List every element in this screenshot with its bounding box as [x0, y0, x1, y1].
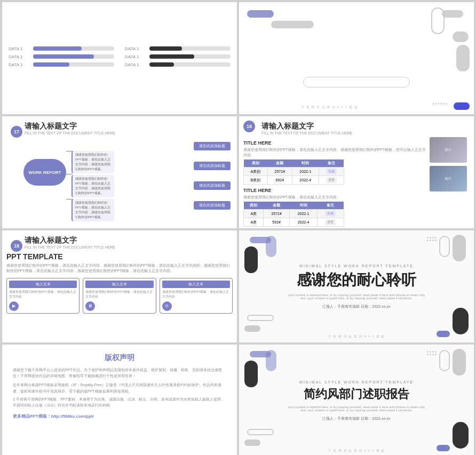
jianye-sub-text: your content is entered here, or by copy…: [287, 405, 426, 412]
table-desc-2: 感谢您使用我们制作的PPT模板，请在此输入正文字内容。: [243, 195, 426, 200]
ppt-main-title: PPT TEMPLATE: [6, 252, 233, 261]
slide-ppt-template: 18 请输入标题文字 FILL IN THE TEXT OF THE DOCUM…: [2, 230, 237, 342]
slide-title-17: 请输入标题文字: [25, 122, 233, 131]
btn-blue-top[interactable]: [454, 102, 470, 110]
data-label-1b: DATA 1: [125, 46, 146, 51]
table-cell: 691¥: [267, 176, 292, 185]
thankyou-big-text: 感谢您的耐心聆听: [287, 270, 426, 290]
slide-table: 18 请输入标题文字 FILL IN THE TEXT OF THE DOCUM…: [239, 116, 474, 228]
table-title-1: TITLE HERE: [243, 140, 426, 146]
jianye-brand: 千 库 网 作 品 系 列 P P T 模 版: [328, 449, 385, 453]
slide-title-18: 请输入标题文字: [261, 122, 470, 131]
thankyou-sub-text: your content is entered here, or by copy…: [287, 293, 426, 300]
mindmap-node-left-3: 感谢您使用我们制作的PPT模板，请在此输入正文字内容，感谢您使用我们制作的PPT…: [72, 199, 114, 221]
data-label-2b: DATA 1: [125, 54, 146, 59]
ppt-box-text-3: 感谢您使用我们制作的PPT模板，请在此输入正文字内容: [162, 290, 230, 299]
col-header-6: 金额: [264, 202, 289, 210]
slide-mindmap: 17 请输入标题文字 FILL IN THE TEXT OF THE DOCUM…: [2, 116, 237, 228]
search-bar[interactable]: [303, 77, 410, 87]
table-cell: 591¥: [264, 218, 289, 227]
data-label-3a: DATA 1: [9, 62, 30, 67]
table-cell: A类: [244, 210, 264, 218]
ppt-box-title-3: 输入文本: [162, 281, 230, 288]
col-header-2: 金额: [267, 159, 292, 167]
slide-jianye: MINIMAL STYLE WORK REPORT TEMPLATE 简约风部门…: [239, 345, 474, 455]
mindmap-node-right-3: 请在此添加标题: [194, 181, 231, 190]
data-label-1a: DATA 1: [9, 46, 30, 51]
ppt-body-text: 感谢您使用我们制作的PPT模板，请在此输入正文字内容。感谢您使用我们制作的PPT…: [6, 263, 233, 274]
slide-number-18b: 18: [11, 240, 22, 252]
slide-subtitle-17: FILL IN THE TEXT OF THE DOCUMENT TITLE H…: [25, 131, 233, 135]
table-image-1: 图片: [430, 137, 467, 163]
table-cell: A类: [244, 218, 264, 227]
data-label-3b: DATA 1: [125, 62, 146, 67]
table-cell: 完成: [319, 167, 344, 176]
table-title-2: TITLE HERE: [243, 188, 426, 193]
slide-thankyou: MINIMAL STYLE WORK REPORT TEMPLATE 感谢您的耐…: [239, 230, 474, 342]
col-header-7: 时间: [289, 202, 317, 210]
brand-text-top: 千 库 网 作 品 系 列 P P T 模 版: [301, 105, 412, 110]
table-desc-1: 感谢您使用我们制作的PPT模板，请在此输入正文字内容。感谢您使用我们制作的PPT…: [243, 147, 426, 158]
slide-subtitle-18: FILL IN THE TEXT OF THE DOCUMENT TITLE H…: [261, 131, 470, 135]
col-header-3: 时间: [292, 159, 319, 167]
table-cell: 2022-1: [289, 210, 317, 218]
ppt-box-2: 输入文本 感谢您使用我们制作的PPT模板，请在此输入正文字内容 🖥: [83, 278, 156, 314]
jianye-big-text: 简约风部门述职报告: [287, 386, 426, 402]
table-cell: 完成: [318, 210, 344, 218]
copyright-title: 版权声明: [13, 353, 226, 363]
table-cell: 2022-1: [292, 167, 319, 176]
mindmap-node-left-1: 感谢您使用我们制作的PPT模板，请在此输入正文字内容，感谢您使用我们制作的PPT…: [72, 151, 114, 173]
thankyou-small-text: MINIMAL STYLE WORK REPORT TEMPLATE: [287, 264, 426, 268]
slide-data-bars: DATA 1 DATA 1 DATA 1 DATA 1 DA: [2, 2, 237, 114]
slide-title-18b: 请输入标题文字: [25, 236, 233, 245]
mindmap-node-left-2: 感谢您使用我们制作的PPT模板，请在此输入正文字内容，感谢您使用我们制作的PPT…: [72, 175, 114, 197]
slide-number-17: 17: [11, 126, 22, 138]
table-cell: A类别: [244, 167, 268, 176]
copyright-item-1: 近年来网出集团PPT模板采用版权（3F：Royalty-Free）正版受《中国人…: [13, 382, 226, 394]
mindmap-node-right-4: 请在此添加标题: [194, 201, 231, 210]
table-cell: 进度: [319, 176, 344, 185]
ppt-box-title-2: 输入文本: [85, 281, 153, 288]
table-cell: 2571¥: [264, 210, 289, 218]
thankyou-footer: 汇报人：千库商市场部 日期：2022-xx-xx: [287, 304, 426, 309]
col-header-5: 类别: [244, 202, 264, 210]
mindmap-node-right-1: 请在此添加标题: [194, 142, 231, 150]
jianye-footer: 汇报人：千库商市场部 日期：2022-xx-xx: [287, 416, 426, 421]
table-cell: 2022-4: [292, 176, 319, 185]
ppt-box-3: 输入文本 感谢您使用我们制作的PPT模板，请在此输入正文字内容 ⊙: [160, 278, 233, 314]
table-cell: 进度: [318, 218, 344, 227]
mindmap-center: WORK REPORT: [23, 159, 66, 186]
ppt-box-title-1: 输入文本: [9, 281, 77, 288]
table-image-2: 图片: [430, 166, 467, 191]
slide-ovals-deco: 千 库 网 作 品 系 列 P P T 模 版: [239, 2, 474, 114]
ppt-box-icon-2: 🖥: [85, 301, 95, 311]
table-cell: 2022-4: [289, 218, 317, 227]
thankyou-brand: 千 库 网 作 品 系 列 P P T 模 版: [328, 334, 385, 339]
col-header-4: 备注: [319, 159, 344, 167]
more-link[interactable]: 更多精品PPT模板：http://588ku.com/ppt/: [13, 413, 226, 419]
table-cell: 2571¥: [267, 167, 292, 176]
table-cell: B类别: [244, 176, 268, 185]
data-label-2a: DATA 1: [9, 54, 30, 59]
ppt-box-1: 输入文本 感谢您使用我们制作的PPT模板，请在此输入正文字内容 ▶: [6, 278, 80, 314]
slide-copyright: 版权声明 感谢您下载千库网平台上提供的PPT作品。为了保护和声明以及限制对本著作…: [2, 345, 237, 455]
slide-number-18: 18: [243, 121, 255, 132]
copyright-intro: 感谢您下载千库网平台上提供的PPT作品。为了保护和声明以及限制对本著作权益、维护…: [13, 367, 226, 379]
col-header-1: 类别: [244, 159, 268, 167]
slide-subtitle-18b: FILL IN THE TEXT OF THE DOCUMENT TITLE H…: [25, 245, 233, 249]
ppt-box-text-2: 感谢您使用我们制作的PPT模板，请在此输入正文字内容: [85, 290, 153, 299]
ppt-box-text-1: 感谢您使用我们制作的PPT模板，请在此输入正文字内容: [9, 290, 77, 299]
col-header-8: 备注: [318, 202, 344, 210]
deco-dots: [432, 103, 447, 105]
main-grid: DATA 1 DATA 1 DATA 1 DATA 1 DA: [0, 0, 476, 455]
ppt-box-icon-3: ⊙: [162, 301, 172, 311]
ppt-box-icon-1: ▶: [9, 301, 19, 311]
mindmap-node-right-2: 请在此添加标题: [194, 162, 231, 170]
copyright-item-2: 2.不得将千库网的PPT模板、PPT素材、本身用于为出售、成绩出版、出演、标注、…: [13, 396, 226, 408]
jianye-small-text: MINIMAL STYLE WORK REPORT TEMPLATE: [287, 380, 426, 384]
